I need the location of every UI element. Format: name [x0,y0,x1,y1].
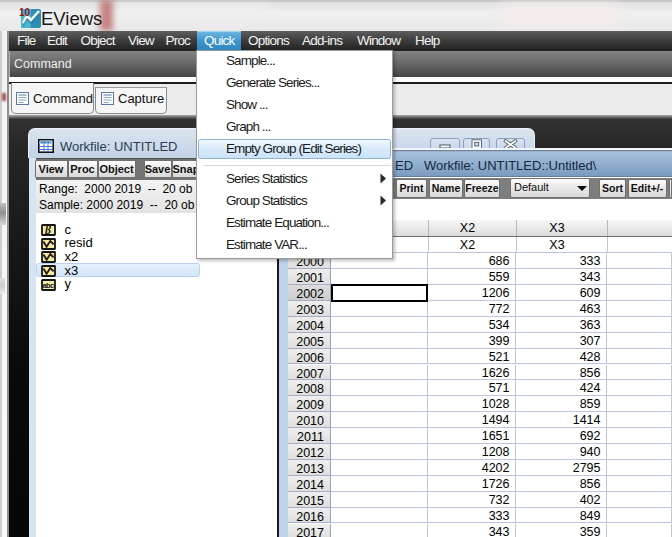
svg-text:abc: abc [43,281,55,290]
svg-text:β: β [44,224,51,236]
svg-text:10: 10 [19,7,31,18]
